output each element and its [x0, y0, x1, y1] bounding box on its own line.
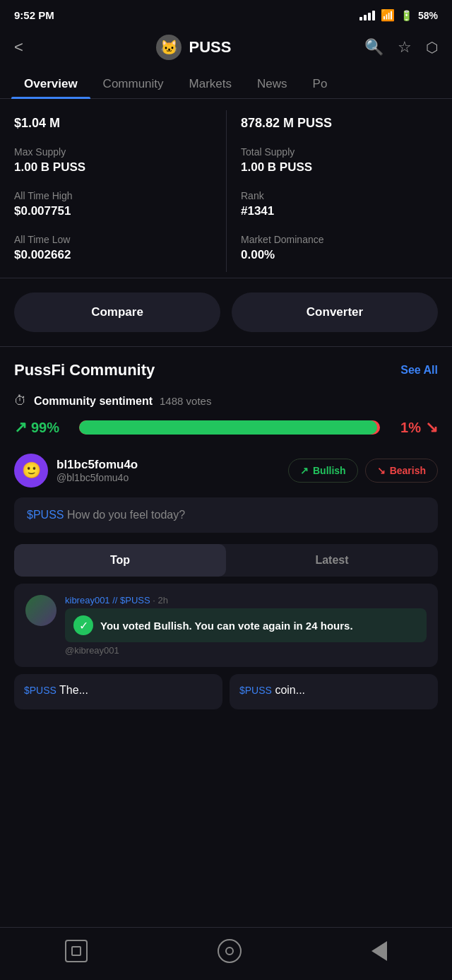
tab-bar: Overview Community Markets News Po — [0, 70, 452, 99]
tab-markets[interactable]: Markets — [177, 70, 244, 98]
wifi-icon: 📶 — [381, 8, 395, 22]
header-actions: 🔍 ☆ ⬡ — [364, 38, 438, 57]
sentiment-votes: 1488 votes — [160, 395, 211, 407]
tab-latest-posts[interactable]: Latest — [226, 544, 438, 577]
bearish-percentage: 1% ↘ — [388, 418, 438, 437]
market-dominance-cell: Market Dominance 0.00% — [226, 228, 438, 272]
bullish-button[interactable]: ↗ Bullish — [288, 459, 358, 483]
bearish-button[interactable]: ↘ Bearish — [365, 459, 438, 483]
tab-top-posts[interactable]: Top — [14, 544, 226, 577]
rank-value: #1341 — [241, 204, 429, 218]
status-icons: 📶 🔋 58% — [359, 8, 438, 22]
token-name: PUSS — [189, 38, 231, 57]
ath-value: $0.007751 — [14, 204, 218, 218]
vote-buttons: ↗ Bullish ↘ Bearish — [288, 459, 438, 483]
nav-back-button[interactable] — [371, 941, 387, 961]
comment-input[interactable]: $PUSS How do you feel today? — [14, 497, 438, 533]
sentiment-bar-row: ↗ 99% 1% ↘ — [0, 418, 452, 454]
token-icon: 🐱 — [156, 35, 182, 60]
comment-placeholder: How do you feel today? — [67, 509, 185, 521]
see-all-button[interactable]: See All — [400, 364, 438, 377]
share-icon[interactable]: ⬡ — [426, 39, 438, 56]
market-cap-value: $1.04 M — [14, 116, 218, 131]
vote-notification: ✓ You voted Bullish. You can vote again … — [65, 608, 427, 642]
bullish-bar-fill — [79, 420, 377, 435]
bullish-percentage: ↗ 99% — [14, 418, 71, 437]
data-grid: $1.04 M 878.82 M PUSS Max Supply 1.00 B … — [0, 99, 452, 278]
post-content: kibreay001 // $PUSS · 2h ✓ You voted Bul… — [65, 595, 427, 656]
bearish-arrow-icon: ↘ — [377, 465, 386, 476]
ath-cell: All Time High $0.007751 — [14, 184, 226, 228]
total-supply-cell: Total Supply 1.00 B PUSS — [226, 141, 438, 184]
total-supply-value: 1.00 B PUSS — [241, 160, 429, 175]
circulating-supply-cell: 878.82 M PUSS — [226, 110, 438, 141]
market-dominance-value: 0.00% — [241, 248, 429, 262]
tab-news[interactable]: News — [244, 70, 300, 98]
post-ticker: kibreay001 // $PUSS — [65, 595, 150, 606]
max-supply-cell: Max Supply 1.00 B PUSS — [14, 141, 226, 184]
bearish-down-arrow-icon: ↘ — [425, 418, 438, 437]
status-time: 9:52 PM — [14, 9, 54, 21]
max-supply-label: Max Supply — [14, 146, 218, 158]
tab-po[interactable]: Po — [300, 70, 340, 98]
user-handle: @bl1bc5fomu4o — [56, 472, 138, 483]
vote-notification-text: You voted Bullish. You can vote again in… — [100, 618, 353, 633]
avatar: 🙂 — [14, 454, 48, 488]
status-bar: 9:52 PM 📶 🔋 58% — [0, 0, 452, 28]
token-title-area: 🐱 PUSS — [156, 35, 231, 60]
nav-circle-inner — [225, 947, 234, 955]
action-buttons-area: Compare Converter — [0, 278, 452, 346]
circulating-supply-value: 878.82 M PUSS — [241, 116, 429, 131]
battery-pct: 58% — [418, 10, 438, 21]
battery-icon: 🔋 — [400, 10, 412, 21]
partial-post-2: $PUSS coin... — [230, 674, 438, 709]
bottom-nav — [0, 927, 452, 980]
post-author: @kibreay001 — [65, 645, 427, 656]
back-button[interactable]: < — [14, 38, 23, 57]
nav-home-button[interactable] — [218, 939, 242, 963]
partial-post-1: $PUSS The... — [14, 674, 222, 709]
search-icon[interactable]: 🔍 — [364, 38, 383, 57]
community-header: PussFi Community See All — [0, 361, 452, 394]
market-dominance-label: Market Dominance — [241, 234, 429, 245]
post-header: kibreay001 // $PUSS · 2h ✓ You voted Bul… — [25, 595, 427, 656]
tab-community[interactable]: Community — [90, 70, 177, 98]
partial-ticker-2: $PUSS — [239, 685, 272, 696]
sentiment-row: ⏱ Community sentiment 1488 votes — [0, 394, 452, 418]
bullish-up-arrow-icon: ↗ — [14, 418, 27, 437]
partial-posts-row: $PUSS The... $PUSS coin... — [14, 674, 438, 709]
atl-value: $0.002662 — [14, 248, 218, 262]
vote-check-icon: ✓ — [73, 615, 93, 635]
partial-post-2-text: coin... — [275, 684, 305, 696]
username: bl1bc5fomu4o — [56, 458, 138, 472]
rank-cell: Rank #1341 — [226, 184, 438, 228]
header: < 🐱 PUSS 🔍 ☆ ⬡ — [0, 28, 452, 70]
rank-label: Rank — [241, 190, 429, 201]
converter-button[interactable]: Converter — [232, 293, 438, 332]
sentiment-progress-bar — [79, 420, 380, 435]
atl-label: All Time Low — [14, 234, 218, 245]
compare-button[interactable]: Compare — [14, 293, 220, 332]
partial-post-1-text: The... — [59, 684, 88, 696]
atl-cell: All Time Low $0.002662 — [14, 228, 226, 272]
post-meta: kibreay001 // $PUSS · 2h — [65, 595, 427, 606]
ath-label: All Time High — [14, 190, 218, 201]
total-supply-label: Total Supply — [241, 146, 429, 158]
tab-overview[interactable]: Overview — [11, 70, 90, 98]
user-info: 🙂 bl1bc5fomu4o @bl1bc5fomu4o ↗ Bullish ↘… — [14, 454, 438, 488]
nav-square-button[interactable] — [65, 940, 88, 962]
bullish-arrow-icon: ↗ — [300, 465, 309, 476]
sentiment-label: Community sentiment — [34, 395, 153, 408]
user-post-area: 🙂 bl1bc5fomu4o @bl1bc5fomu4o ↗ Bullish ↘… — [0, 454, 452, 544]
post-tabs: Top Latest — [14, 544, 438, 577]
star-icon[interactable]: ☆ — [398, 38, 412, 57]
post-avatar — [25, 595, 56, 626]
ticker-tag: $PUSS — [27, 509, 64, 521]
max-supply-value: 1.00 B PUSS — [14, 160, 218, 175]
market-cap-cell: $1.04 M — [14, 110, 226, 141]
post-item: kibreay001 // $PUSS · 2h ✓ You voted Bul… — [14, 584, 438, 667]
section-divider — [0, 346, 452, 347]
signal-icon — [359, 11, 375, 20]
user-left: 🙂 bl1bc5fomu4o @bl1bc5fomu4o — [14, 454, 138, 488]
community-title: PussFi Community — [14, 361, 155, 379]
